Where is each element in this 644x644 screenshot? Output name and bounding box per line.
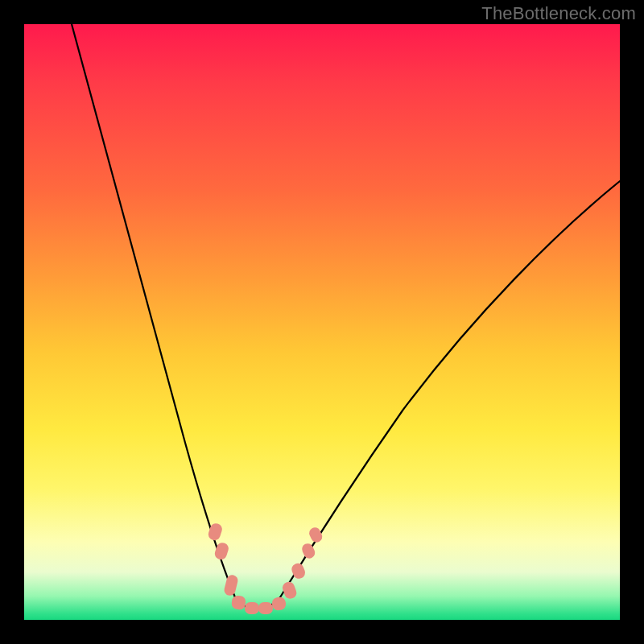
curve-left-arm (72, 24, 235, 597)
data-marker (231, 595, 246, 610)
data-marker (271, 597, 287, 611)
data-marker (223, 574, 239, 597)
data-marker (300, 542, 317, 560)
chart-frame: TheBottleneck.com (0, 0, 644, 644)
chart-overlay (24, 24, 620, 620)
plot-area (24, 24, 620, 620)
bottleneck-curve (72, 24, 620, 609)
data-marker (245, 602, 259, 614)
data-marker (281, 580, 298, 601)
curve-right-arm (280, 181, 620, 597)
data-marker (308, 526, 324, 544)
watermark-text: TheBottleneck.com (481, 3, 636, 24)
data-marker (258, 602, 273, 614)
